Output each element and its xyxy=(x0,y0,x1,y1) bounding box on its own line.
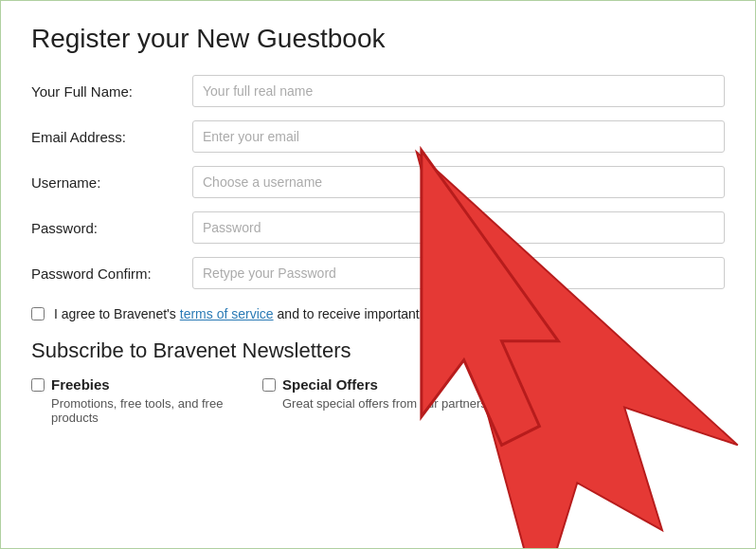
newsletter-label-freebies: Freebies xyxy=(51,376,110,393)
label-password: Password: xyxy=(31,220,192,236)
page-container: Register your New Guestbook Your Full Na… xyxy=(0,0,756,549)
input-password-confirm[interactable] xyxy=(192,257,725,289)
label-email: Email Address: xyxy=(31,129,192,145)
newsletter-label-special-offers: Special Offers xyxy=(282,376,378,393)
form-row-username: Username: xyxy=(31,166,725,198)
label-password-confirm: Password Confirm: xyxy=(31,265,192,282)
form-row-password: Password: xyxy=(31,211,725,244)
label-fullname: Your Full Name: xyxy=(31,83,192,100)
newsletter-checkbox-freebies[interactable] xyxy=(31,378,45,392)
form-row-fullname: Your Full Name: xyxy=(31,75,725,107)
newsletter-checkbox-special-offers[interactable] xyxy=(262,378,276,392)
agree-checkbox[interactable] xyxy=(31,307,45,320)
newsletter-item-tips-tricks: Tips And TricksLearn SEO, HTML and CSS a… xyxy=(494,376,725,425)
terms-of-service-link[interactable]: terms of service xyxy=(180,306,274,321)
agree-row: I agree to Bravenet's terms of service a… xyxy=(31,306,725,321)
input-fullname[interactable] xyxy=(192,75,725,107)
newsletters-row: FreebiesPromotions, free tools, and free… xyxy=(31,376,725,425)
newsletter-desc-special-offers: Great special offers from our partners xyxy=(262,396,494,411)
agree-text-after: and to receive important Member updates … xyxy=(278,306,580,321)
registration-form: Your Full Name:Email Address:Username:Pa… xyxy=(31,75,725,289)
label-username: Username: xyxy=(31,174,192,191)
newsletter-header-tips-tricks: Tips And Tricks xyxy=(494,376,725,393)
page-title: Register your New Guestbook xyxy=(31,24,725,54)
newsletter-label-tips-tricks: Tips And Tricks xyxy=(513,376,619,393)
agree-text-before: I agree to Bravenet's xyxy=(54,306,176,321)
form-row-password-confirm: Password Confirm: xyxy=(31,257,725,289)
subscribe-title: Subscribe to Bravenet Newsletters xyxy=(31,339,725,363)
input-username[interactable] xyxy=(192,166,725,198)
newsletter-desc-freebies: Promotions, free tools, and free product… xyxy=(31,396,262,425)
form-row-email: Email Address: xyxy=(31,120,725,153)
newsletter-header-freebies: Freebies xyxy=(31,376,262,393)
newsletter-item-special-offers: Special OffersGreat special offers from … xyxy=(262,376,494,425)
newsletter-desc-tips-tricks: Learn SEO, HTML and CSS a... xyxy=(494,396,725,411)
newsletter-checkbox-tips-tricks[interactable] xyxy=(494,378,507,392)
input-password[interactable] xyxy=(192,211,725,244)
input-email[interactable] xyxy=(192,120,725,153)
newsletter-header-special-offers: Special Offers xyxy=(262,376,494,393)
newsletter-item-freebies: FreebiesPromotions, free tools, and free… xyxy=(31,376,262,425)
